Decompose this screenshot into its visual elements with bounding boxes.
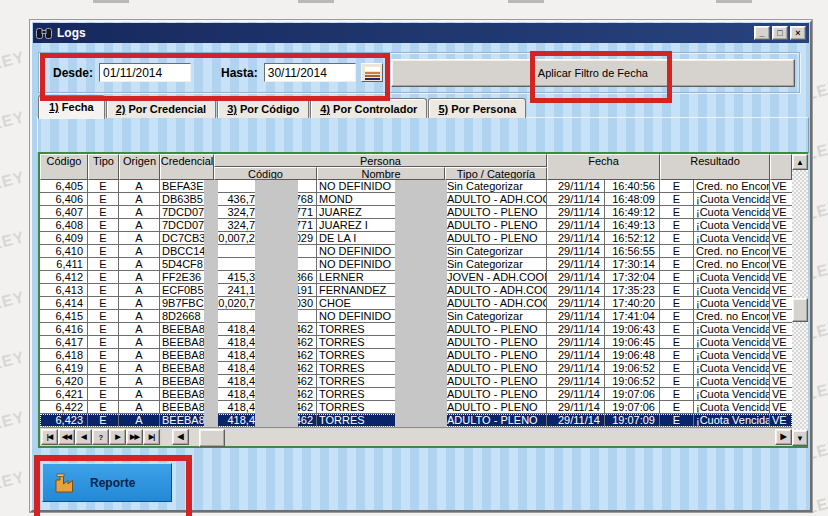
header-persona-tipo-categoria[interactable]: Tipo / Categoría — [445, 167, 547, 180]
tab-2[interactable]: 2) Por Credencial — [106, 98, 216, 118]
vertical-scrollbar-track[interactable] — [792, 170, 808, 430]
header-persona-nombre[interactable]: Nombre — [317, 167, 445, 180]
cell-origen: A — [119, 206, 160, 218]
cell-resultado-texto: ¡Cuota Vencida! — [694, 323, 770, 335]
cell-resultado-texto: ¡Cuota Vencida! — [694, 219, 770, 231]
desde-input[interactable] — [99, 63, 191, 82]
cell-hora: 16:40:56 — [605, 180, 660, 192]
background-watermark: LEY — [0, 408, 27, 434]
cell-tipo: E — [88, 271, 119, 283]
scroll-down-icon[interactable]: ▼ — [792, 430, 808, 446]
cell-resultado-flag: E — [660, 180, 694, 192]
cell-hora: 19:06:52 — [605, 362, 660, 374]
cell-hora: 19:06:43 — [605, 323, 660, 335]
header-credencial[interactable]: Credencial — [160, 154, 214, 180]
apply-date-filter-button[interactable]: Aplicar Filtro de Fecha — [391, 59, 795, 87]
cell-hora: 16:49:13 — [605, 219, 660, 231]
cell-tipo: E — [88, 310, 119, 322]
cell-tipo-categoria: ADULTO - ADH.COOP — [445, 193, 547, 205]
cell-tipo: E — [88, 349, 119, 361]
cell-resultado-texto: ¡Cuota Vencida! — [694, 206, 770, 218]
header-tipo[interactable]: Tipo — [88, 154, 119, 180]
tab-1[interactable]: 1) Fecha — [38, 95, 105, 119]
cell-hora: 19:06:52 — [605, 375, 660, 387]
reporte-button[interactable]: Reporte — [42, 463, 172, 502]
header-codigo[interactable]: Código — [40, 154, 88, 180]
cropped-text-fragment — [93, 0, 129, 3]
reporte-label: Reporte — [90, 476, 135, 490]
navigator-button-6[interactable]: ▶▶ — [126, 429, 143, 445]
calendar-icon[interactable] — [361, 63, 383, 82]
cell-codigo: 6,418 — [40, 349, 88, 361]
cell-resultado-texto: ¡Cuota Vencida! — [694, 414, 770, 426]
scroll-up-icon[interactable]: ▲ — [792, 154, 808, 170]
cell-resultado-flag: E — [660, 362, 694, 374]
hasta-input[interactable] — [264, 63, 356, 82]
tab-bar: 1) Fecha2) Por Credencial3) Por Código4)… — [38, 96, 527, 118]
navigator-button-5[interactable]: ▶ — [109, 429, 126, 445]
hasta-label: Hasta: — [221, 66, 258, 80]
cell-resultado-texto: Cred. no Encont — [694, 258, 770, 270]
navigator-button-1[interactable]: |◀ — [41, 429, 58, 445]
vertical-scrollbar[interactable]: ▲ ▼ — [792, 154, 808, 446]
cell-codigo: 6,411 — [40, 258, 88, 270]
navigator-button-2[interactable]: ◀◀ — [58, 429, 75, 445]
window-title: Logs — [57, 26, 754, 40]
cell-tipo-categoria: Sin Categorizar — [445, 310, 547, 322]
maximize-button[interactable]: □ — [772, 26, 788, 40]
cell-hora: 17:40:20 — [605, 297, 660, 309]
horizontal-scrollbar[interactable]: ◀ ▶ — [162, 429, 792, 446]
cell-resultado-flag: E — [660, 193, 694, 205]
header-resultado[interactable]: Resultado — [660, 154, 770, 180]
cell-extra: VE — [770, 401, 792, 413]
tab-5[interactable]: 5) Por Persona — [428, 98, 526, 118]
header-persona[interactable]: Persona — [214, 154, 547, 167]
cell-resultado-texto: Cred. no Encont — [694, 310, 770, 322]
cell-origen: A — [119, 336, 160, 348]
header-origen[interactable]: Origen — [119, 154, 160, 180]
cell-origen: A — [119, 193, 160, 205]
tab-4[interactable]: 4) Por Controlador — [310, 98, 427, 118]
cell-tipo-categoria: ADULTO - PLENO — [445, 349, 547, 361]
header-persona-codigo[interactable]: Código — [214, 167, 317, 180]
desde-label: Desde: — [53, 66, 93, 80]
cell-extra: VE — [770, 336, 792, 348]
header-fecha[interactable]: Fecha — [547, 154, 660, 180]
cell-origen: A — [119, 362, 160, 374]
cell-resultado-flag: E — [660, 245, 694, 257]
cell-resultado-texto: Cred. no Encont — [694, 245, 770, 257]
cell-fecha: 29/11/14 — [547, 284, 605, 296]
title-bar[interactable]: Logs _ □ × — [33, 23, 809, 43]
tab-3[interactable]: 3) Por Código — [217, 98, 309, 118]
horizontal-scrollbar-thumb[interactable] — [199, 429, 225, 447]
cell-resultado-flag: E — [660, 323, 694, 335]
navigator-button-3[interactable]: ◀ — [75, 429, 92, 445]
cell-resultado-flag: E — [660, 388, 694, 400]
cell-codigo: 6,421 — [40, 388, 88, 400]
cell-tipo: E — [88, 323, 119, 335]
binoculars-icon — [36, 26, 53, 40]
minimize-button[interactable]: _ — [754, 26, 770, 40]
cell-fecha: 29/11/14 — [547, 219, 605, 231]
cell-tipo: E — [88, 284, 119, 296]
cell-tipo: E — [88, 414, 119, 426]
navigator-button-7[interactable]: ▶| — [143, 429, 160, 445]
cell-tipo-categoria: JOVEN - ADH.COOP — [445, 271, 547, 283]
grid-body: 6,405 E A BEFA3E NO DEFINIDO Sin Categor… — [40, 180, 792, 427]
background-watermark: LEY — [0, 108, 27, 134]
cell-hora: 17:35:23 — [605, 284, 660, 296]
cell-extra: VE — [770, 362, 792, 374]
cell-hora: 19:07:09 — [605, 414, 660, 426]
scroll-right-icon[interactable]: ▶ — [775, 429, 792, 445]
cell-hora: 16:48:09 — [605, 193, 660, 205]
report-icon — [52, 471, 76, 495]
scroll-left-icon[interactable]: ◀ — [172, 429, 189, 445]
vertical-scrollbar-thumb[interactable] — [792, 298, 808, 322]
cell-resultado-flag: E — [660, 206, 694, 218]
background-watermark: LEY — [0, 348, 27, 374]
cell-resultado-texto: ¡Cuota Vencida! — [694, 401, 770, 413]
close-button[interactable]: × — [790, 26, 806, 40]
cell-codigo: 6,420 — [40, 375, 88, 387]
redaction-band — [395, 180, 447, 427]
navigator-button-4[interactable]: ? — [92, 429, 109, 445]
